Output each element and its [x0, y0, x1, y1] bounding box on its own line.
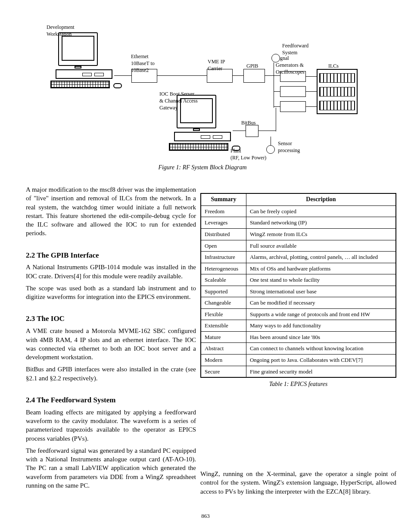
page-number: 863: [0, 512, 411, 520]
table-row: InfrastructureAlarms, archival, plotting…: [201, 252, 396, 263]
table-cell: One test stand to whole facility: [246, 274, 396, 286]
table-caption: Table 1: EPICS features: [200, 380, 396, 389]
plant-label: Plant (RF, Low Power): [230, 147, 266, 161]
table-row: DistributedWingZ remote from ILCs: [201, 228, 396, 240]
table-cell: Strong international user base: [246, 286, 396, 297]
section-ioc: 2.3 The IOC: [26, 314, 196, 324]
table-row: SecureFine grained security model: [201, 366, 396, 377]
table-row: ExtensibleMany ways to add functionality: [201, 320, 396, 332]
table-cell: Freedom: [201, 205, 246, 217]
table-cell: Ongoing port to Java. Collaborates with …: [246, 355, 396, 366]
table-cell: Leverages: [201, 217, 246, 229]
table-cell: Has been around since late '80s: [246, 331, 396, 343]
table-head-description: Description: [246, 193, 396, 205]
para-ff1: Beam loading effects are mitigated by ap…: [26, 408, 196, 443]
dev-workstation-label: Development Workstation: [47, 24, 75, 37]
table-cell: Can be freely copied: [246, 205, 396, 217]
table-cell: Mature: [201, 331, 246, 343]
para-mscf8: A major modification to the mscf8 driver…: [26, 185, 196, 238]
table-row: ModernOngoing port to Java. Collaborates…: [201, 355, 396, 366]
para-ff2: The feedforward signal was generated by …: [26, 446, 196, 490]
table-row: FreedomCan be freely copied: [201, 205, 396, 217]
table-row: SupportedStrong international user base: [201, 286, 396, 297]
sensor-label: Sensor processing: [278, 140, 300, 154]
table-row: HeterogeneousMix of OSs and hardware pla…: [201, 263, 396, 274]
table-cell: Can be modified if necessary: [246, 297, 396, 309]
table-cell: Extensible: [201, 320, 246, 332]
epics-features-table: Summary Description FreedomCan be freely…: [200, 193, 396, 378]
para-ioc1: A VME crate housed a Motorola MVME-162 S…: [26, 327, 196, 361]
table-cell: Abstract: [201, 343, 246, 355]
table-cell: Mix of OSs and hardware platforms: [246, 263, 396, 274]
bitbus-label: BitBus: [241, 119, 255, 126]
para-gpib1: A National Instruments GPIB-1014 module …: [26, 263, 196, 280]
section-ff: 2.4 The Feedforward System: [26, 395, 196, 405]
table-cell: Infrastructure: [201, 252, 246, 263]
table-cell: Standard networking (IP): [246, 217, 396, 229]
table-cell: Many ways to add functionality: [246, 320, 396, 332]
table-cell: Supports a wide range of protocols and f…: [246, 308, 396, 320]
boot-server-label: IOC Boot Server & Channel Access Gateway: [159, 90, 198, 112]
siggen-box-3: [280, 101, 306, 112]
feedforward-node: [271, 54, 280, 62]
gpib-box: [243, 69, 265, 83]
ilc-rack-icon: [317, 69, 358, 114]
gpib-label: GPIB: [246, 62, 258, 69]
table-cell: Alarms, archival, plotting, control pane…: [246, 252, 396, 263]
table-cell: Open: [201, 240, 246, 252]
table-cell: Distributed: [201, 228, 246, 240]
table-cell: Heterogeneous: [201, 263, 246, 274]
para-gpib2: The scope was used both as a standard la…: [26, 284, 196, 302]
ethernet-label: Ethernet 10BaseT to 10Base2: [131, 53, 155, 74]
feedforward-label: Feedforward System: [282, 42, 308, 56]
tail-paragraph: WingZ, running on the X-terminal, gave t…: [200, 470, 396, 496]
table-row: ChangeableCan be modified if necessary: [201, 297, 396, 309]
table-cell: Flexible: [201, 308, 246, 320]
siggen-box-2: [280, 86, 306, 97]
left-column: A major modification to the mscf8 driver…: [26, 185, 196, 493]
table-row: MatureHas been around since late '80s: [201, 331, 396, 343]
ilc-label: ILCs: [328, 62, 339, 69]
right-column: Summary Description FreedomCan be freely…: [200, 185, 396, 389]
table-cell: Fine grained security model: [246, 366, 396, 377]
table-head-summary: Summary: [201, 193, 246, 205]
table-cell: WingZ remote from ILCs: [246, 228, 396, 240]
table-row: ScaleableOne test stand to whole facilit…: [201, 274, 396, 286]
plant-node: [266, 145, 275, 154]
bitbus-box: [246, 125, 258, 137]
text-columns: A major modification to the mscf8 driver…: [26, 185, 389, 498]
figure-caption: Figure 1: RF System Block Diagram: [26, 164, 379, 172]
table-cell: Can connect to channels without knowing …: [246, 343, 396, 355]
table-row: AbstractCan connect to channels without …: [201, 343, 396, 355]
table-cell: Supported: [201, 286, 246, 297]
table-cell: Secure: [201, 366, 246, 377]
table-cell: Scaleable: [201, 274, 246, 286]
table-row: OpenFull source available: [201, 240, 396, 252]
table-cell: Modern: [201, 355, 246, 366]
rf-block-diagram: Development Workstation IOC Boot Server …: [26, 24, 379, 157]
table-cell: Changeable: [201, 297, 246, 309]
table-row: FlexibleSupports a wide range of protoco…: [201, 308, 396, 320]
para-ioc2: BitBus and GPIB interfaces were also ins…: [26, 365, 196, 383]
vme-label: VME IP Carrier: [208, 58, 225, 72]
table-cell: Full source available: [246, 240, 396, 252]
table-row: LeveragesStandard networking (IP): [201, 217, 396, 229]
section-gpib: 2.2 The GPIB Interface: [26, 251, 196, 261]
